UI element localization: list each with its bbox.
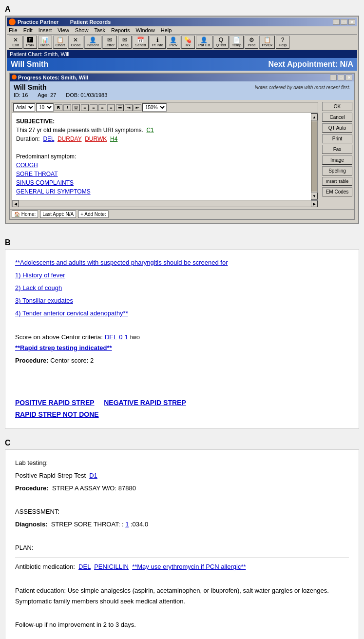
tb-help[interactable]: ?Help [276,36,289,49]
maximize-btn[interactable]: □ [341,19,347,25]
progress-max-btn[interactable]: □ [338,75,345,80]
tb-msg[interactable]: ✉Msg [118,36,132,49]
tb-patient[interactable]: 👤Patient [84,36,101,49]
underline-btn[interactable]: U [72,104,80,111]
tb-proc[interactable]: ⚙Proc [245,36,258,49]
h4-link[interactable]: H4 [110,136,117,142]
tb-rx[interactable]: 💊Rx [181,36,195,49]
tb-pated[interactable]: 👤Pat Ed [196,36,212,49]
scroll-down[interactable]: ▼ [311,193,318,199]
positive-strep-link[interactable]: POSITIVE RAPID STREP [15,399,95,407]
tb-ptinfo[interactable]: ℹPt Info [150,36,166,49]
icd-link[interactable]: 1 [125,521,129,528]
erythro-link[interactable]: **May use erythromycin if PCN allergic** [132,563,246,570]
close-btn[interactable]: ✕ [348,19,355,25]
image-btn[interactable]: Image [322,155,352,165]
plan-divider [15,557,349,558]
app-icon [9,19,16,25]
ok-btn[interactable]: OK [322,102,352,111]
d1-link[interactable]: D1 [89,472,97,479]
align-left-btn[interactable]: ≡ [81,104,89,111]
em-codes-btn[interactable]: EM Codes [322,187,352,196]
symptom-sore-throat[interactable]: SORE THROAT [16,171,58,177]
menu-view[interactable]: View [57,27,69,33]
progress-patient-name: Will Smith [14,83,47,91]
menu-file[interactable]: File [9,27,18,33]
icd-code: :034.0 [131,521,148,528]
tb-park[interactable]: 🅿Park [23,36,37,49]
rapid-strep-line: **Rapid strep testing indicated** [15,343,349,353]
align-right-btn[interactable]: ≡ [98,104,106,111]
spelling-btn[interactable]: Spelling [322,166,352,175]
del-link[interactable]: DEL [43,136,54,142]
tb-letter[interactable]: ✉Letter [102,36,117,49]
app-title-right: Patient Records [70,19,111,25]
editor-area: Arial 10 B I U ≡ ≡ ≡ ≡ ☰ ⇥ [12,102,318,207]
tb-exit[interactable]: ✕Exit [9,36,22,49]
italic-btn[interactable]: I [63,104,71,111]
minimize-btn[interactable]: _ [333,19,340,25]
symptom-cough[interactable]: COUGH [16,162,38,169]
tb-temp[interactable]: 📄Temp [230,36,244,49]
criteria-line3: 2) Lack of cough [15,283,349,293]
indent-btn[interactable]: ⇥ [125,104,133,111]
zoom-selector[interactable]: 150% [142,103,167,112]
qt-auto-btn[interactable]: QT Auto [322,123,352,133]
centor-one-link[interactable]: 1 [124,332,128,343]
horiz-scroll-track [19,200,311,207]
patient-name: Will Smith [11,60,48,69]
strep-not-done-link[interactable]: RAPID STREP NOT DONE [15,410,99,418]
menu-window[interactable]: Window [136,27,155,33]
tb-sched[interactable]: 📅Sched [133,36,149,49]
durday-link[interactable]: DURDAY [57,136,82,142]
tb-dash[interactable]: 📊Dash [38,36,52,49]
menu-show[interactable]: Show [75,27,89,33]
scroll-left[interactable]: ◀ [12,200,19,207]
tb-prov[interactable]: 👤Prov [167,36,180,49]
editor-content[interactable]: SUBJECTIVE: This 27 yr old male presents… [12,113,311,200]
fax-btn[interactable]: Fax [322,145,352,154]
strep-result-links: POSITIVE RAPID STREP NEGATIVE RAPID STRE… [15,397,349,421]
menu-reports[interactable]: Reports [111,27,130,33]
symptom-sinus[interactable]: SINUS COMPLAINTS [16,179,74,186]
procedure-label-c: Procedure: [15,484,49,492]
negative-strep-link[interactable]: NEGATIVE RAPID STREP [104,399,186,407]
penicillin-link[interactable]: PENICILLIN [94,563,129,570]
symptom-uri[interactable]: GENERAL URI SYMPTOMS [16,188,91,195]
tb-close[interactable]: ✕Close [68,36,83,49]
sidebar-buttons: OK Cancel QT Auto Print Fax Image Spelli… [320,100,354,209]
scroll-up[interactable]: ▲ [311,114,318,120]
tb-chart[interactable]: 📋Chart [53,36,68,49]
list-btn[interactable]: ☰ [116,104,124,111]
tb-qtext[interactable]: QQText [213,36,229,49]
menu-insert[interactable]: Insert [38,27,52,33]
bold-btn[interactable]: B [55,104,62,111]
cancel-btn[interactable]: Cancel [322,113,352,122]
durwk-link[interactable]: DURWK [85,136,107,142]
scroll-thumb[interactable] [311,121,317,192]
tb-pbdx[interactable]: 📋Pb/Dx [259,36,275,49]
align-center-btn[interactable]: ≡ [90,104,97,111]
outdent-btn[interactable]: ⇤ [134,104,141,111]
editor-scrollbar[interactable]: ▲ ▼ [311,113,318,200]
scroll-right[interactable]: ▶ [311,200,318,207]
font-selector[interactable]: Arial [13,103,35,112]
assessment-label: ASSESSMENT: [15,506,349,517]
centor-del-link[interactable]: DEL [105,332,117,343]
centor-zero-link[interactable]: 0 [119,332,122,343]
progress-close-btn[interactable]: ✕ [345,75,352,80]
antibiotic-del-link[interactable]: DEL [78,563,91,570]
editor-scroll-wrapper: SUBJECTIVE: This 27 yr old male presents… [12,113,318,200]
align-justify-btn[interactable]: ≡ [107,104,115,111]
print-btn[interactable]: Print [322,134,352,143]
progress-header-note: Notes ordered by date with most recent f… [255,85,350,90]
progress-min-btn[interactable]: _ [330,75,337,80]
menu-help[interactable]: Help [161,27,172,33]
menu-edit[interactable]: Edit [23,27,33,33]
font-size-selector[interactable]: 10 [36,103,54,112]
horiz-scrollbar[interactable]: ◀ ▶ [12,200,318,207]
menu-task[interactable]: Task [94,27,105,33]
status-add-note[interactable]: + Add Note: [78,211,109,218]
insert-table-btn[interactable]: Insert Table [322,177,352,186]
c1-link[interactable]: C1 [146,127,153,134]
